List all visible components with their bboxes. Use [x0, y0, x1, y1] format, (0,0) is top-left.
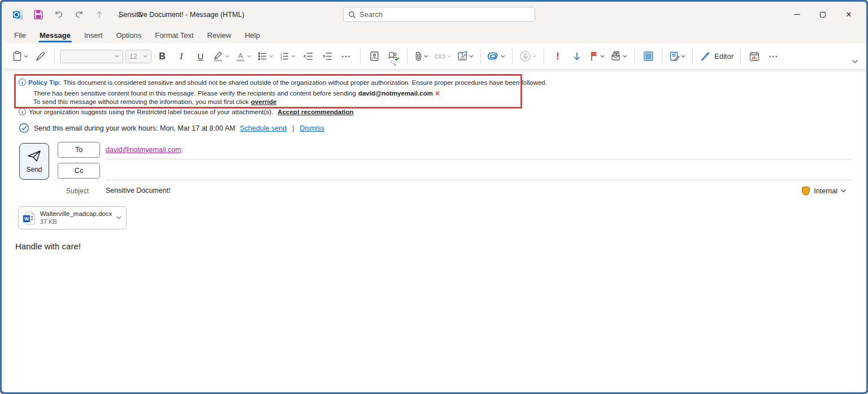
send-button-label: Send — [26, 166, 42, 174]
bullets-button[interactable] — [255, 47, 275, 66]
dictate-button[interactable] — [518, 47, 539, 66]
override-link[interactable]: override — [251, 98, 276, 105]
ribbon-divider — [634, 49, 635, 64]
paste-button[interactable] — [10, 47, 30, 66]
tab-format-text[interactable]: Format Text — [148, 27, 200, 44]
sensitivity-label: Internal — [814, 187, 837, 195]
undo-icon[interactable] — [50, 6, 67, 23]
to-field-underline[interactable] — [106, 159, 852, 159]
message-body[interactable]: Handle with care! — [15, 241, 81, 251]
paste-dropdown-chevron[interactable] — [24, 55, 28, 58]
attachment-size: 37 KB — [40, 218, 112, 226]
link-button[interactable] — [432, 47, 453, 66]
more-commands-icon: ··· — [769, 52, 778, 61]
tab-options[interactable]: Options — [109, 27, 148, 44]
my-templates-button[interactable] — [667, 47, 687, 66]
follow-up-flag-icon — [589, 51, 599, 62]
schedule-send-link[interactable]: Schedule send — [240, 124, 287, 132]
font-size-value: 12 — [129, 53, 137, 60]
underline-button[interactable]: U — [192, 47, 209, 66]
search-icon — [348, 11, 356, 19]
font-color-button[interactable]: A — [233, 47, 253, 66]
dismiss-link[interactable]: Dismiss — [300, 124, 324, 132]
attachment-info: Walterville_madcap.docx 37 KB — [40, 210, 112, 226]
flag-dropdown-chevron[interactable] — [600, 55, 605, 58]
low-importance-icon — [572, 51, 581, 62]
numbering-button[interactable]: 123 — [277, 47, 297, 66]
collapse-ribbon-button[interactable] — [852, 56, 858, 66]
editor-button[interactable]: Editor — [698, 47, 735, 66]
send-button[interactable]: Send — [19, 143, 49, 180]
tab-review[interactable]: Review — [201, 27, 238, 44]
accept-recommendation-link[interactable]: Accept recommendation — [277, 109, 353, 115]
outlook-logo-icon — [10, 6, 27, 23]
tab-file[interactable]: File — [7, 27, 33, 44]
more-paragraph-button[interactable]: ··· — [338, 47, 355, 66]
cc-field-underline[interactable] — [106, 180, 852, 180]
follow-up-flag-button[interactable] — [588, 47, 606, 66]
search-input[interactable]: Search — [343, 7, 535, 22]
attach-dropdown-chevron[interactable] — [424, 55, 428, 58]
message-surface: i Policy Tip: This document is considere… — [5, 72, 866, 392]
font-size-combo[interactable]: 12 — [125, 50, 151, 63]
sensitivity-selector[interactable]: Internal — [801, 186, 846, 196]
save-message-button[interactable] — [609, 47, 629, 66]
info-icon: i — [19, 79, 26, 86]
tab-help[interactable]: Help — [238, 27, 267, 44]
save-icon[interactable] — [30, 6, 47, 23]
save-message-dropdown-chevron[interactable] — [623, 55, 627, 58]
policy-tip-line2: There has been sensitive content found i… — [33, 89, 440, 97]
title-bar: Sensitive Document! - Message (HTML) Sea… — [2, 2, 866, 27]
tab-message[interactable]: Message — [33, 27, 77, 44]
ribbon-divider — [360, 49, 361, 64]
highlight-dropdown-chevron[interactable] — [225, 55, 229, 58]
decrease-indent-button[interactable] — [300, 47, 316, 66]
numbering-dropdown-chevron[interactable] — [291, 55, 296, 58]
tab-insert[interactable]: Insert — [77, 27, 110, 44]
schedule-send-icon — [19, 123, 29, 133]
text-highlight-button[interactable] — [211, 47, 231, 66]
close-button[interactable]: × — [836, 2, 862, 27]
bullets-dropdown-chevron[interactable] — [269, 55, 274, 58]
apps-button[interactable] — [640, 47, 657, 66]
cc-button[interactable]: Cc — [58, 163, 100, 179]
signature-button[interactable] — [455, 47, 475, 66]
label-recommendation-text: Your organization suggests using the Res… — [29, 109, 273, 115]
font-size-chevron — [143, 55, 147, 58]
svg-text:3: 3 — [280, 58, 282, 61]
italic-button[interactable]: I — [173, 47, 190, 66]
font-name-combo[interactable] — [60, 50, 123, 63]
high-importance-button[interactable]: ! — [549, 47, 566, 66]
paragraph-dialog-launcher-icon[interactable] — [390, 58, 396, 68]
minimize-icon — [794, 14, 800, 15]
close-icon: × — [846, 10, 852, 19]
remove-recipient-icon[interactable]: × — [435, 89, 440, 97]
format-painter-button[interactable] — [32, 47, 49, 66]
font-name-chevron — [115, 55, 119, 58]
minimize-button[interactable] — [784, 2, 810, 27]
attachment-options-chevron[interactable] — [116, 216, 121, 220]
to-recipient-value[interactable]: david@notmyemail.com; — [106, 146, 183, 154]
address-book-button[interactable] — [366, 47, 383, 66]
loop-dropdown-chevron[interactable] — [501, 55, 505, 58]
attach-file-button[interactable] — [413, 47, 430, 66]
subject-value[interactable]: Sensitive Document! — [106, 187, 171, 194]
bold-button[interactable]: B — [154, 47, 171, 66]
scheduling-poll-button[interactable] — [746, 47, 763, 66]
increase-indent-button[interactable] — [319, 47, 336, 66]
more-commands-button[interactable]: ··· — [765, 47, 782, 66]
schedule-send-bar: Send this email during your work hours: … — [19, 123, 324, 133]
attachment-name: Walterville_madcap.docx — [40, 210, 112, 218]
policy-tip-text1: This document is considered sensitive an… — [63, 79, 547, 86]
redo-icon[interactable] — [71, 6, 88, 23]
ribbon-divider — [662, 49, 662, 64]
bold-icon: B — [159, 51, 166, 62]
to-button[interactable]: To — [58, 142, 100, 158]
signature-dropdown-chevron[interactable] — [469, 55, 474, 58]
maximize-button[interactable] — [810, 2, 836, 27]
low-importance-button[interactable] — [568, 47, 585, 66]
templates-dropdown-chevron[interactable] — [681, 55, 685, 58]
attachment-card[interactable]: W Walterville_madcap.docx 37 KB — [18, 206, 127, 230]
font-color-dropdown-chevron[interactable] — [247, 55, 251, 58]
loop-component-button[interactable] — [486, 47, 507, 66]
